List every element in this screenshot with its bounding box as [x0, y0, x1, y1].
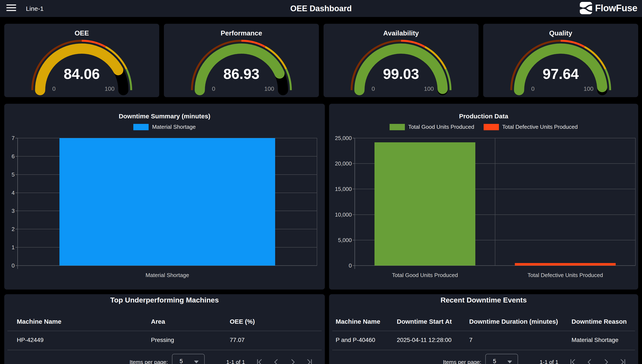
- divider: [332, 350, 635, 350]
- legend-item[interactable]: Material Shortage: [133, 124, 196, 130]
- chart-card-production-data: Production DataTotal Good Units Produced…: [329, 104, 638, 290]
- y-tick-label: 3: [0, 208, 15, 214]
- gauge-card-oee: OEE84.060100: [4, 24, 159, 97]
- y-tick-label: 20,000: [326, 160, 352, 167]
- chevron-down-icon: [194, 360, 199, 363]
- table-title: Top Underperforming Machines: [4, 296, 325, 304]
- gauge-min-label: 0: [41, 86, 67, 92]
- y-axis-line: [18, 138, 18, 269]
- y-tick-label: 0: [326, 262, 352, 269]
- table-cell: 2025-04-11 12:28:00: [397, 337, 452, 344]
- x-category-label: Material Shortage: [18, 272, 317, 278]
- divider: [332, 331, 635, 331]
- y-tick-label: 5,000: [326, 237, 352, 244]
- table-cell: Pressing: [151, 337, 174, 344]
- legend-label: Total Good Units Produced: [408, 124, 474, 130]
- y-tick-label: 0: [0, 262, 15, 269]
- legend-swatch: [133, 124, 149, 130]
- chart-title: Production Data: [329, 113, 638, 120]
- legend-item[interactable]: Total Defective Units Produced: [484, 124, 578, 130]
- gauge-value: 86.93: [164, 66, 319, 82]
- gauge-min-label: 0: [361, 86, 386, 92]
- gauge-max-label: 100: [576, 86, 601, 92]
- pagination-next-page-button[interactable]: [289, 358, 297, 364]
- gauge-card-availability: Availability99.030100: [324, 24, 479, 97]
- flowfuse-icon: [580, 2, 592, 14]
- column-header: Area: [151, 318, 165, 325]
- chart-legend: Total Good Units ProducedTotal Defective…: [329, 124, 638, 130]
- gauge-arc: [324, 24, 479, 97]
- gauge-max-label: 100: [97, 86, 122, 92]
- table-cell: Material Shortage: [571, 337, 618, 344]
- pagination-last-page-button[interactable]: [619, 358, 627, 364]
- legend-item[interactable]: Total Good Units Produced: [390, 124, 474, 130]
- chart-title: Downtime Summary (minutes): [4, 113, 325, 120]
- table-cell: HP-42449: [17, 337, 44, 344]
- legend-swatch: [390, 124, 405, 130]
- category-gridline: [495, 138, 495, 266]
- y-tick-label: 2: [0, 226, 15, 232]
- dashboard-title: OEE Dashboard: [0, 4, 642, 13]
- table-card-underperforming-machines: Top Underperforming MachinesMachine Name…: [4, 294, 325, 364]
- items-per-page-value: 5: [180, 358, 183, 364]
- divider: [8, 331, 322, 331]
- table-card-downtime-events: Recent Downtime EventsMachine NameDownti…: [329, 294, 638, 364]
- brand-name: FlowFuse: [595, 3, 637, 13]
- y-tick-label: 7: [0, 135, 15, 142]
- plot-right-border: [317, 138, 317, 266]
- pagination-range-label: 1-1 of 1: [198, 359, 245, 364]
- bar-material-shortage: [60, 138, 275, 266]
- gauge-value: 84.06: [4, 66, 159, 82]
- x-category-label: Total Good Units Produced: [355, 272, 495, 278]
- bar-total-defective-units-produced: [515, 263, 616, 266]
- y-tick-label: 5: [0, 172, 15, 178]
- pagination-first-page-button[interactable]: [569, 358, 577, 364]
- flowfuse-logo: FlowFuse: [580, 2, 637, 14]
- legend-label: Total Defective Units Produced: [502, 124, 578, 130]
- gauge-arc: [164, 24, 319, 97]
- column-header: OEE (%): [230, 318, 255, 325]
- bar-total-good-units-produced: [375, 142, 476, 266]
- y-tick-label: 25,000: [326, 135, 352, 142]
- gauge-value: 97.64: [483, 66, 638, 82]
- divider: [8, 350, 322, 350]
- gauge-value: 99.03: [324, 66, 479, 82]
- column-header: Machine Name: [336, 318, 380, 325]
- pagination-range-label: 1-1 of 1: [512, 359, 558, 364]
- pagination-previous-page-button[interactable]: [272, 358, 280, 364]
- table-cell: 7: [469, 337, 473, 344]
- pagination-first-page-button[interactable]: [256, 358, 264, 364]
- table-title: Recent Downtime Events: [329, 296, 638, 304]
- y-tick-label: 4: [0, 190, 15, 196]
- gauge-max-label: 100: [416, 86, 442, 92]
- pagination-last-page-button[interactable]: [305, 358, 313, 364]
- gauge-min-label: 0: [520, 86, 546, 92]
- column-header: Machine Name: [17, 318, 61, 325]
- y-tick-label: 10,000: [326, 212, 352, 218]
- gauge-max-label: 100: [256, 86, 282, 92]
- y-axis-line: [355, 138, 355, 269]
- column-header: Downtime Reason: [571, 318, 627, 325]
- items-per-page-label: Items per page:: [413, 359, 481, 364]
- chart-card-downtime-summary: Downtime Summary (minutes)Material Short…: [4, 104, 325, 290]
- chevron-down-icon: [507, 360, 512, 363]
- items-per-page-label: Items per page:: [100, 359, 168, 364]
- gauge-arc: [483, 24, 638, 97]
- items-per-page-value: 5: [493, 358, 496, 364]
- gauge-card-performance: Performance86.930100: [164, 24, 319, 97]
- legend-label: Material Shortage: [152, 124, 196, 130]
- plot-right-border: [635, 138, 636, 266]
- y-tick-label: 1: [0, 244, 15, 251]
- gauge-min-label: 0: [201, 86, 226, 92]
- gauge-card-quality: Quality97.640100: [483, 24, 638, 97]
- legend-swatch: [484, 124, 499, 130]
- y-tick-label: 6: [0, 153, 15, 160]
- table-cell: P and P-40460: [336, 337, 375, 344]
- chart-legend: Material Shortage: [4, 124, 325, 130]
- column-header: Downtime Start At: [397, 318, 452, 325]
- pagination-previous-page-button[interactable]: [585, 358, 594, 364]
- x-category-label: Total Defective Units Produced: [495, 272, 635, 278]
- top-app-bar: Line-1 OEE Dashboard FlowFuse: [0, 0, 642, 17]
- pagination-next-page-button[interactable]: [602, 358, 610, 364]
- y-tick-label: 15,000: [326, 186, 352, 192]
